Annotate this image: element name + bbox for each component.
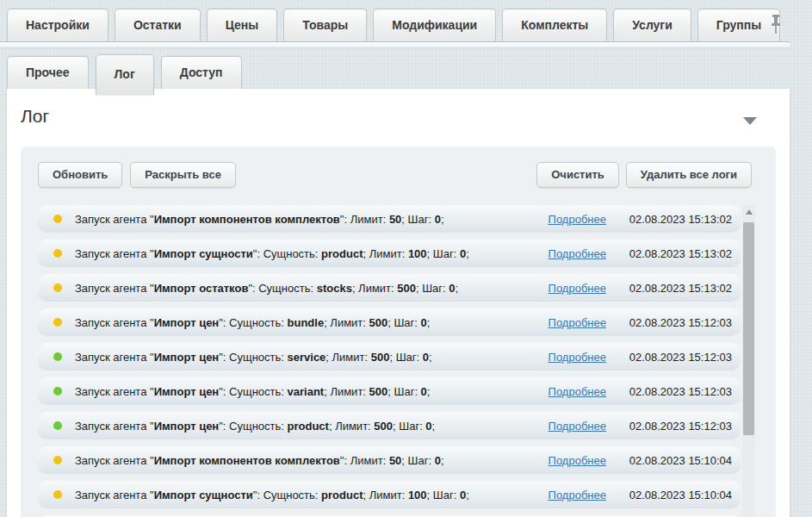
details-link[interactable]: Подробнее [549,213,606,226]
log-timestamp: 02.08.2023 15:10:04 [615,489,732,501]
log-timestamp: 02.08.2023 15:13:02 [615,282,732,295]
toolbar-left: Обновить Раскрыть все [38,162,236,188]
log-row: Запуск агента "Импорт компонентов компле… [38,446,741,474]
status-dot-icon [53,421,62,430]
details-link[interactable]: Подробнее [549,351,606,364]
log-timestamp: 02.08.2023 15:13:02 [615,213,732,226]
pin-icon[interactable] [769,14,783,36]
main-tab-groups[interactable]: Группы [697,9,780,41]
main-tab-modifications[interactable]: Модификации [373,9,496,41]
delete-all-logs-button[interactable]: Удалить все логи [626,162,752,188]
log-timestamp: 02.08.2023 15:10:04 [615,454,732,467]
main-tab-bar: НастройкиОстаткиЦеныТоварыМодификацииКом… [7,9,780,41]
log-timestamp: 02.08.2023 15:12:03 [615,316,732,329]
log-list: Запуск агента "Импорт компонентов компле… [38,205,741,517]
log-row: Запуск агента "Импорт сущности": Сущност… [38,481,741,508]
main-tab-products[interactable]: Товары [283,9,367,41]
log-message: Запуск агента "Импорт цен": Сущность: va… [75,385,549,398]
status-dot-icon [53,318,62,327]
log-message: Запуск агента "Импорт сущности": Сущност… [75,489,549,501]
sub-tab-access[interactable]: Доступ [161,56,242,89]
log-row: Запуск агента "Импорт цен": Сущность: pr… [38,412,741,439]
log-row: Запуск агента "Импорт цен": Сущность: bu… [38,308,741,336]
status-dot-icon [53,387,62,396]
status-dot-icon [53,249,62,258]
log-message: Запуск агента "Импорт сущности": Сущност… [75,247,549,260]
main-tab-settings[interactable]: Настройки [7,9,108,41]
status-dot-icon [53,456,62,464]
status-dot-icon [53,490,62,499]
details-link[interactable]: Подробнее [549,420,606,433]
details-link[interactable]: Подробнее [549,489,606,501]
log-row: Запуск агента "Импорт компонентов компле… [38,205,741,233]
refresh-button[interactable]: Обновить [38,162,122,188]
details-link[interactable]: Подробнее [549,454,606,467]
details-link[interactable]: Подробнее [549,316,606,329]
log-message: Запуск агента "Импорт компонентов компле… [75,213,549,226]
log-section-header[interactable]: Лог [21,106,776,134]
collapse-arrow-icon[interactable] [743,117,757,125]
main-tab-services[interactable]: Услуги [613,9,691,41]
details-link[interactable]: Подробнее [549,282,606,295]
log-message: Запуск агента "Импорт цен": Сущность: se… [75,351,549,364]
sub-tab-other[interactable]: Прочее [7,56,89,89]
details-link[interactable]: Подробнее [549,247,606,260]
main-tab-stocks[interactable]: Остатки [115,9,201,41]
log-message: Запуск агента "Импорт цен": Сущность: pr… [75,420,549,433]
details-link[interactable]: Подробнее [549,385,606,398]
main-tab-bundles[interactable]: Комплекты [502,9,607,41]
log-timestamp: 02.08.2023 15:12:03 [615,351,732,364]
log-message: Запуск агента "Импорт компонентов компле… [75,454,549,467]
status-dot-icon [53,352,62,361]
log-timestamp: 02.08.2023 15:13:02 [615,247,732,260]
scroll-up-arrow-icon[interactable] [742,205,755,219]
status-dot-icon [53,283,62,292]
log-panel: Обновить Раскрыть все Очистить Удалить в… [21,146,776,517]
clear-button[interactable]: Очистить [536,162,619,188]
log-row: Запуск агента "Импорт цен": Сущность: va… [38,377,741,405]
log-timestamp: 02.08.2023 15:12:03 [615,420,732,433]
toolbar-right: Очистить Удалить все логи [536,162,752,188]
log-row: Запуск агента "Импорт сущности": Сущност… [38,240,741,267]
log-timestamp: 02.08.2023 15:12:03 [615,385,732,398]
log-message: Запуск агента "Импорт цен": Сущность: bu… [75,316,549,329]
tab-shelf-divider [0,41,790,47]
log-row: Запуск агента "Импорт остатков": Сущност… [38,274,741,302]
expand-all-button[interactable]: Раскрыть все [130,162,236,188]
sub-tab-bar: ПрочееЛогДоступ [7,56,242,97]
content-panel: Лог Обновить Раскрыть все Очистить Удали… [7,89,790,517]
main-tab-prices[interactable]: Цены [207,9,278,41]
scrollbar-track[interactable] [742,205,755,517]
scrollbar-thumb[interactable] [743,222,754,435]
page-title: Лог [21,106,49,126]
status-dot-icon [53,215,62,223]
log-row: Запуск агента "Импорт цен": Сущность: se… [38,343,741,371]
log-message: Запуск агента "Импорт остатков": Сущност… [75,282,549,295]
sub-tab-log[interactable]: Лог [96,54,154,95]
